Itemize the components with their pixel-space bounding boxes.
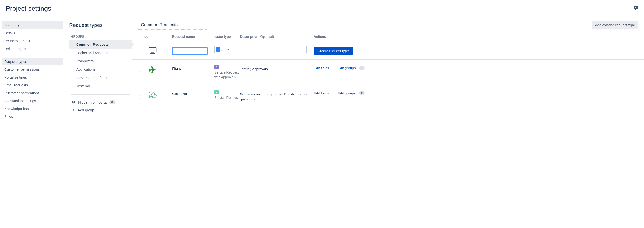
group-label: Testeroo bbox=[76, 84, 90, 88]
drag-handle-icon[interactable] bbox=[72, 76, 74, 80]
group-item-servers-infra[interactable]: Servers and Infrastr… bbox=[69, 74, 132, 82]
monitor-icon bbox=[148, 46, 157, 55]
sidebar-item-knowledge-base[interactable]: Knowledge base bbox=[2, 105, 63, 113]
sidebar-item-label: Satisfaction settings bbox=[4, 99, 36, 103]
drag-handle-icon[interactable] bbox=[72, 85, 74, 88]
description-input[interactable] bbox=[240, 46, 306, 53]
sidebar-item-portal-settings[interactable]: Portal settings bbox=[2, 73, 63, 81]
issue-type-cell: ● Service Request bbox=[214, 90, 240, 100]
groups-panel: Request types Groups Common Requests Log… bbox=[65, 17, 132, 160]
sidebar-item-summary[interactable]: Summary bbox=[2, 21, 63, 29]
hidden-from-portal[interactable]: Hidden from portal 0 bbox=[69, 98, 132, 106]
settings-sidebar: Summary Details Re-index project Delete … bbox=[0, 17, 65, 160]
new-request-icon[interactable] bbox=[144, 46, 172, 55]
edit-groups-link[interactable]: Edit groups 1 bbox=[338, 66, 364, 70]
request-description: Testing approvals bbox=[240, 65, 314, 71]
chevron-down-icon: ▾ bbox=[226, 46, 230, 53]
create-request-type-button[interactable]: Create request type bbox=[314, 47, 353, 55]
sidebar-item-customer-permissions[interactable]: Customer permissions bbox=[2, 66, 63, 73]
group-item-applications[interactable]: Applications bbox=[69, 65, 132, 74]
group-name-input[interactable] bbox=[138, 20, 207, 30]
groups-count-badge: 1 bbox=[359, 66, 364, 70]
issue-type-icon: ● bbox=[214, 90, 219, 95]
hidden-count-badge: 0 bbox=[109, 100, 115, 104]
request-icon: ? bbox=[144, 90, 172, 100]
groups-count-badge: 2 bbox=[359, 91, 364, 95]
issue-type-select[interactable]: ✓ … ▾ bbox=[214, 46, 231, 53]
sidebar-item-label: Customer permissions bbox=[4, 67, 40, 71]
drag-handle-icon[interactable] bbox=[138, 90, 144, 99]
create-request-type-row: ✓ … ▾ Create request type bbox=[132, 41, 644, 60]
chat-question-icon: ? bbox=[148, 90, 157, 100]
add-existing-button[interactable]: Add existing request type bbox=[592, 21, 638, 29]
request-type-row: Flight ≡ Service Request with Approvals … bbox=[132, 60, 644, 85]
drag-handle-icon[interactable] bbox=[138, 65, 144, 73]
edit-fields-link[interactable]: Edit fields bbox=[314, 91, 329, 95]
sidebar-item-label: Request types bbox=[4, 60, 27, 64]
issue-type-icon: ≡ bbox=[214, 65, 219, 69]
drag-handle-icon[interactable] bbox=[72, 43, 74, 46]
drag-handle-icon[interactable] bbox=[72, 68, 74, 71]
sidebar-item-label: Email requests bbox=[4, 83, 28, 87]
request-name: Get IT help bbox=[172, 90, 214, 96]
row-actions: Edit fields Edit groups 1 bbox=[314, 65, 638, 70]
sidebar-item-details[interactable]: Details bbox=[2, 29, 63, 37]
drag-handle-icon[interactable] bbox=[72, 51, 74, 55]
sidebar-item-label: Customer notifications bbox=[4, 91, 40, 95]
row-actions: Edit fields Edit groups 2 bbox=[314, 90, 638, 95]
sidebar-item-customer-notifications[interactable]: Customer notifications bbox=[2, 89, 63, 97]
hidden-portal-label: Hidden from portal bbox=[78, 100, 108, 104]
sidebar-item-email-requests[interactable]: Email requests bbox=[2, 81, 63, 89]
plus-icon bbox=[72, 108, 75, 112]
request-icon bbox=[144, 65, 172, 75]
eye-icon bbox=[72, 100, 76, 104]
issue-type-label: Service Request bbox=[214, 95, 240, 100]
svg-rect-2 bbox=[150, 53, 155, 54]
sidebar-item-request-types[interactable]: Request types bbox=[2, 58, 63, 66]
sidebar-item-reindex[interactable]: Re-index project bbox=[2, 37, 63, 45]
add-group-label: Add group bbox=[78, 108, 94, 112]
airplane-icon bbox=[148, 65, 157, 75]
group-label: Common Requests bbox=[76, 42, 109, 46]
issue-type-icon: ✓ bbox=[216, 47, 220, 52]
group-label: Applications bbox=[76, 67, 96, 71]
group-item-logins-accounts[interactable]: Logins and Accounts bbox=[69, 49, 132, 57]
issue-type-cell: ≡ Service Request with Approvals bbox=[214, 65, 240, 80]
group-item-testeroo[interactable]: Testeroo bbox=[69, 82, 132, 90]
add-group-button[interactable]: Add group bbox=[69, 106, 132, 114]
groups-heading: Request types bbox=[69, 22, 132, 28]
feedback-icon[interactable] bbox=[633, 6, 638, 12]
sidebar-item-delete[interactable]: Delete project bbox=[2, 45, 63, 53]
edit-fields-link[interactable]: Edit fields bbox=[314, 66, 329, 70]
sidebar-divider bbox=[2, 55, 63, 55]
sidebar-item-label: Delete project bbox=[4, 47, 26, 51]
group-item-common-requests[interactable]: Common Requests bbox=[69, 40, 132, 49]
request-name-input[interactable] bbox=[172, 47, 208, 55]
col-actions: Actions bbox=[314, 35, 638, 39]
edit-groups-link[interactable]: Edit groups 2 bbox=[338, 91, 364, 95]
issue-type-label: Service Request with Approvals bbox=[214, 70, 240, 80]
page-title: Project settings bbox=[6, 5, 51, 12]
request-name: Flight bbox=[172, 65, 214, 70]
sidebar-item-label: Summary bbox=[4, 23, 20, 27]
svg-rect-0 bbox=[149, 47, 156, 52]
sidebar-item-slas[interactable]: SLAs bbox=[2, 113, 63, 120]
sidebar-item-satisfaction-settings[interactable]: Satisfaction settings bbox=[2, 97, 63, 105]
drag-handle-icon[interactable] bbox=[72, 60, 74, 63]
main-layout: Summary Details Re-index project Delete … bbox=[0, 17, 644, 160]
col-icon: Icon bbox=[144, 35, 172, 39]
sidebar-item-label: SLAs bbox=[4, 114, 13, 119]
request-description: Get assistance for general IT problems a… bbox=[240, 90, 314, 102]
sidebar-item-label: Re-index project bbox=[4, 39, 30, 43]
group-item-computers[interactable]: Computers bbox=[69, 57, 132, 65]
page-header: Project settings bbox=[0, 0, 644, 17]
group-label: Servers and Infrastr… bbox=[76, 76, 111, 80]
svg-rect-1 bbox=[152, 52, 154, 53]
col-name: Request name bbox=[172, 35, 214, 39]
sidebar-item-label: Portal settings bbox=[4, 75, 27, 79]
group-label: Computers bbox=[76, 59, 94, 63]
groups-label: Groups bbox=[71, 35, 132, 38]
group-label: Logins and Accounts bbox=[76, 51, 109, 55]
request-types-content: Add existing request type Icon Request n… bbox=[132, 17, 644, 160]
content-header: Add existing request type bbox=[132, 17, 644, 32]
